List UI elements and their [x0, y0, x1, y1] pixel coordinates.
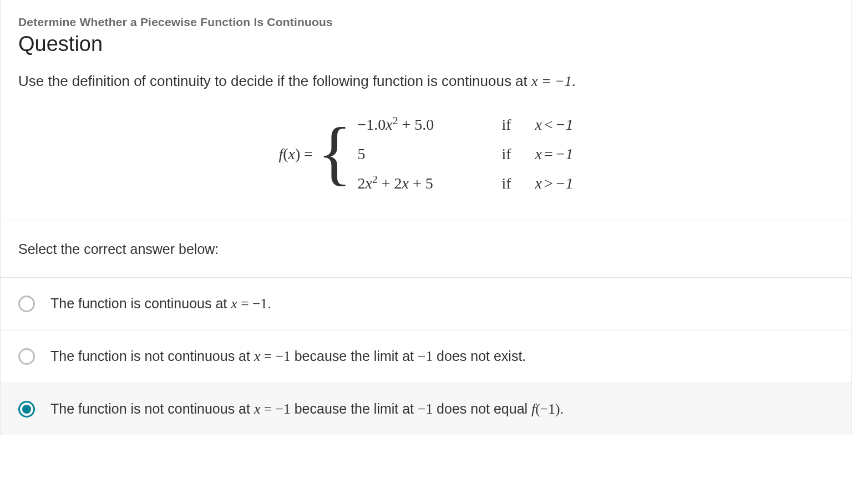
topic-label: Determine Whether a Piecewise Function I…: [18, 16, 834, 29]
select-label: Select the correct answer below:: [1, 221, 851, 278]
prompt-prefix: Use the definition of continuity to deci…: [18, 73, 531, 89]
option-text: The function is not continuous at x = −1…: [50, 401, 564, 418]
option-row[interactable]: The function is continuous at x = −1.: [1, 278, 851, 330]
piece-if: if: [501, 139, 524, 169]
options-list: The function is continuous at x = −1.The…: [1, 278, 851, 435]
prompt-suffix: .: [572, 73, 576, 89]
radio-icon[interactable]: [18, 401, 35, 418]
piece-cond: x=−1: [535, 139, 573, 169]
radio-icon[interactable]: [18, 348, 35, 365]
piecewise-pieces: −1.0x2 + 5.0 if x<−1 5 if x=−1 2x2 + 2x …: [357, 110, 573, 198]
piece-expr: 2x2 + 2x + 5: [357, 169, 490, 198]
piece-expr: 5: [357, 139, 490, 169]
piecewise-lhs: f(x) =: [278, 139, 317, 169]
piece-expr: −1.0x2 + 5.0: [357, 110, 490, 139]
prompt-math: x = −1: [531, 73, 572, 89]
piece-cond: x>−1: [535, 169, 573, 198]
option-text: The function is continuous at x = −1.: [50, 296, 271, 312]
piece-cond: x<−1: [535, 110, 573, 139]
radio-icon[interactable]: [18, 296, 35, 312]
piecewise-function: f(x) = { −1.0x2 + 5.0 if x<−1 5 if x=−1 …: [18, 110, 834, 198]
prompt-block: Use the definition of continuity to deci…: [1, 73, 851, 221]
option-row[interactable]: The function is not continuous at x = −1…: [1, 383, 851, 435]
page-title: Question: [18, 32, 834, 56]
brace-icon: {: [317, 116, 357, 189]
question-card: Determine Whether a Piecewise Function I…: [0, 0, 852, 435]
prompt-text: Use the definition of continuity to deci…: [18, 73, 834, 90]
piece-if: if: [501, 110, 524, 139]
option-text: The function is not continuous at x = −1…: [50, 348, 526, 365]
piece-if: if: [501, 169, 524, 198]
option-row[interactable]: The function is not continuous at x = −1…: [1, 330, 851, 383]
header: Determine Whether a Piecewise Function I…: [1, 0, 851, 56]
